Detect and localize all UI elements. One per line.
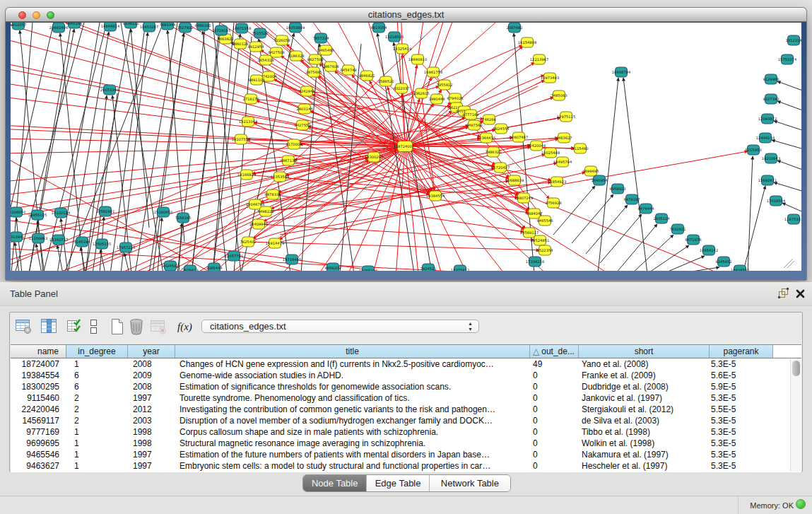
table-tabs: Node TableEdge TableNetwork Table [302, 474, 511, 492]
cell-name: 19384554 [11, 370, 66, 381]
graph-node-label: 12353594 [271, 175, 290, 179]
scrollbar-thumb[interactable] [792, 361, 800, 376]
graph-edge [586, 205, 628, 254]
graph-edge [663, 256, 705, 271]
zoom-window-button[interactable] [47, 11, 54, 19]
column-state-icon[interactable] [89, 318, 99, 335]
table-settings-icon[interactable] [15, 318, 33, 335]
graph-node-label: 11675331 [784, 217, 801, 221]
table-row[interactable]: 911546021997Tourette syndrome. Phenomeno… [11, 392, 801, 404]
new-file-icon[interactable] [110, 318, 125, 335]
column-header-out_degree[interactable]: △out_de... [530, 345, 579, 358]
table-row[interactable]: 2242004622012Investigating the contribut… [11, 404, 801, 415]
dropdown-arrows-icon: ▲▼ [468, 321, 473, 332]
graph-edge [213, 34, 240, 271]
cell-short: Tibbo et al. (1998) [579, 426, 710, 438]
status-bar: Memory: OK [0, 496, 812, 514]
close-window-button[interactable] [18, 11, 26, 19]
graph-node-label: 18495794 [553, 160, 572, 164]
graph-edge [572, 194, 613, 243]
cell-name: 18300295 [11, 381, 66, 392]
table-row[interactable]: 946554611997Estimation of the future num… [11, 449, 801, 460]
tab-network-table[interactable]: Network Table [429, 475, 510, 491]
column-header-in_degree[interactable]: in_degree [66, 345, 128, 358]
column-header-pagerank[interactable]: pagerank [710, 345, 773, 358]
graph-node-label: 1362615 [413, 91, 429, 95]
table-row[interactable]: 946362711997Embryonic stem cells: a mode… [11, 460, 801, 472]
table-row[interactable]: 977716911998Corpus callosum shape and si… [11, 426, 801, 438]
graph-node-label: 16914479 [266, 241, 284, 245]
graph-node-label: 10688639 [505, 178, 524, 182]
column-header-year[interactable]: year [128, 345, 175, 358]
window-titlebar[interactable]: citations_edges.txt [6, 8, 806, 22]
graph-node-label: 10654142 [700, 248, 718, 252]
cell-in_degree: 2 [66, 392, 128, 404]
table-row[interactable]: 1830029562008Estimation of significance … [11, 381, 801, 392]
column-header-short[interactable]: short [579, 345, 710, 358]
function-builder-icon[interactable]: f(x) [177, 318, 197, 335]
cell-name: 14569117 [11, 415, 66, 426]
graph-edge [57, 23, 100, 271]
graph-node-label: 1990448 [428, 97, 445, 101]
graph-node-label: 9846821 [358, 74, 375, 78]
network-canvas[interactable]: 5226058842750881863289827508546546628676… [11, 23, 801, 271]
graph-node-label: 2629413 [182, 268, 198, 271]
cell-out_degree: 0 [530, 381, 579, 392]
cell-year: 1997 [128, 392, 175, 404]
graph-edge [600, 214, 642, 263]
table-row[interactable]: 969969511998Structural magnetic resonanc… [11, 438, 801, 449]
graph-edge [264, 217, 272, 222]
float-panel-icon[interactable] [778, 288, 789, 301]
table-row[interactable]: 1456911722003Disruption of a novel membe… [11, 415, 801, 426]
validate-table-icon[interactable] [66, 318, 82, 335]
minimize-window-button[interactable] [33, 11, 40, 19]
graph-edge [177, 23, 206, 271]
graph-node-label: 7158165 [175, 216, 191, 220]
cell-out_degree: 0 [530, 426, 579, 438]
graph-edge [777, 81, 801, 92]
cell-out_degree: 0 [530, 438, 579, 449]
column-header-title[interactable]: title [175, 345, 530, 358]
graph-edge [623, 78, 647, 271]
graph-node-label: 16210643 [762, 156, 780, 160]
column-header-name[interactable]: name [11, 345, 66, 358]
graph-node-label: 6479197 [623, 197, 640, 201]
sort-ascending-icon: △ [533, 346, 539, 356]
table-select[interactable]: citations_edges.txt ▲▼ [201, 320, 479, 333]
graph-node-label: 12342737 [49, 238, 68, 242]
graph-node-label: 8912954 [247, 45, 264, 49]
graph-node-label: 7924521 [420, 267, 436, 271]
cell-year: 1997 [128, 449, 175, 460]
graph-node-label: 1527602 [177, 25, 193, 30]
graph-edge [678, 267, 719, 271]
graph-node-label: 10025488 [541, 151, 560, 155]
graph-node-label: 16053809 [286, 25, 305, 30]
graph-node-label: 13325419 [393, 47, 411, 51]
tab-node-table[interactable]: Node Table [303, 475, 366, 491]
tab-edge-table[interactable]: Edge Table [366, 475, 428, 491]
graph-node-label: 8454749 [340, 68, 356, 72]
graph-node-label: 5226058 [273, 38, 290, 42]
cell-out_degree: 0 [530, 392, 579, 404]
graph-node-label: 16648794 [612, 70, 631, 74]
delete-icon[interactable] [129, 318, 146, 335]
table-row[interactable]: 1938455462009Genome-wide association stu… [11, 370, 801, 381]
canvas-resize-grip[interactable] [784, 259, 794, 268]
cell-name: 9115460 [11, 392, 66, 404]
table-scrollbar[interactable] [790, 359, 801, 472]
graph-edge [81, 247, 86, 271]
graph-node-label: 19166829 [237, 173, 256, 177]
cell-year: 1998 [128, 426, 175, 438]
cell-pagerank: 5.3E-5 [710, 358, 773, 370]
table-row[interactable]: 1872400712008Changes of HCN gene express… [11, 358, 801, 370]
graph-node-label: 5498222 [257, 209, 273, 214]
graph-node-label: 9242848 [298, 89, 314, 93]
graph-edge [192, 36, 220, 271]
close-panel-icon[interactable] [796, 288, 805, 301]
graph-node-label: 1085444 [206, 266, 223, 270]
select-column-icon[interactable] [40, 318, 59, 335]
graph-node-label: 5624554 [493, 127, 510, 131]
graph-node-label: 12505135 [93, 242, 111, 246]
window-title: citations_edges.txt [6, 8, 806, 22]
delete-table-icon[interactable] [150, 318, 168, 335]
